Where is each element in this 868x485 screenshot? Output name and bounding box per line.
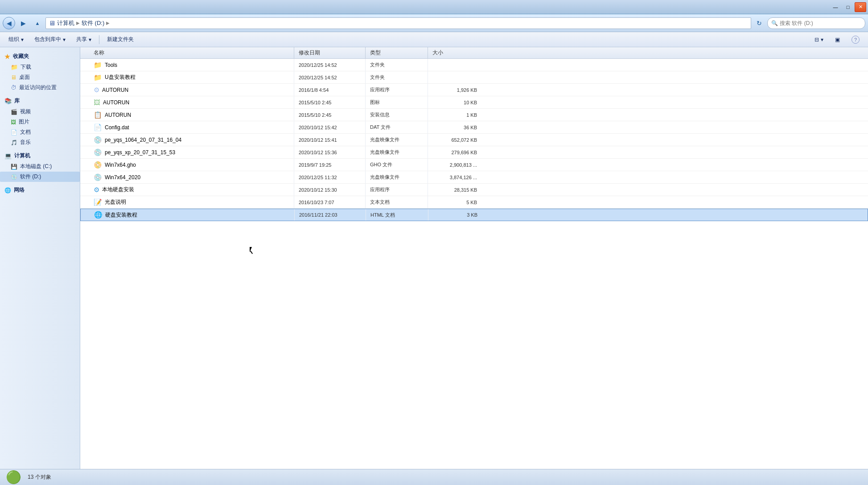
sidebar-item-documents[interactable]: 📄 文档 (0, 127, 80, 137)
file-icon: ⚙ (94, 86, 99, 94)
file-name: 硬盘安装教程 (105, 211, 137, 219)
new-folder-button[interactable]: 新建文件夹 (102, 34, 139, 45)
sidebar-favorites-label: 收藏夹 (13, 53, 29, 60)
documents-icon: 📄 (11, 129, 17, 136)
sidebar-computer-section: 💻 计算机 💾 本地磁盘 (C:) 💿 软件 (D:) (0, 150, 80, 182)
sidebar-network-label: 网络 (14, 186, 25, 194)
up-button[interactable]: ▲ (31, 17, 44, 29)
sidebar-favorites-header[interactable]: ★ 收藏夹 (0, 51, 80, 62)
maximize-button[interactable]: □ (842, 2, 854, 12)
statusbar: 🟢 13 个对象 (0, 469, 868, 485)
file-list-header: 名称 修改日期 类型 大小 (80, 47, 868, 59)
organize-button[interactable]: 组织 ▾ (4, 34, 29, 45)
sidebar-library-label: 库 (14, 97, 20, 105)
search-input[interactable] (780, 20, 851, 26)
include-library-dropdown-icon: ▾ (63, 37, 66, 43)
sidebar-item-desktop[interactable]: 🖥 桌面 (0, 72, 80, 82)
table-row[interactable]: 📋 AUTORUN 2015/5/10 2:45 安装信息 1 KB (80, 109, 868, 121)
organize-label: 组织 (8, 36, 19, 43)
breadcrumb-drive[interactable]: 软件 (D:) (82, 19, 104, 27)
file-name: Win7x64_2020 (105, 174, 140, 181)
sidebar-library-header[interactable]: 📚 库 (0, 95, 80, 107)
breadcrumb[interactable]: 🖥 计算机 ▶ 软件 (D:) ▶ (45, 17, 751, 29)
search-box[interactable]: 🔍 (767, 17, 865, 29)
column-name-header[interactable]: 名称 (80, 47, 294, 58)
view-icon: ⊟ (815, 37, 819, 43)
sidebar-network-section: 🌐 网络 (0, 185, 80, 196)
file-icon: 📁 (94, 61, 102, 69)
table-row[interactable]: 🖼 AUTORUN 2015/5/10 2:45 图标 10 KB (80, 96, 868, 109)
file-name: AUTORUN (105, 112, 131, 118)
sidebar-item-video[interactable]: 🎬 视频 (0, 107, 80, 117)
file-icon: 📁 (94, 74, 102, 82)
file-icon: ⚙ (94, 186, 99, 194)
table-row[interactable]: 💿 pe_yqs_1064_20_07_31_16_04 2020/10/12 … (80, 134, 868, 146)
table-row[interactable]: 💿 pe_yqs_xp_20_07_31_15_53 2020/10/12 15… (80, 146, 868, 159)
breadcrumb-computer[interactable]: 计算机 (57, 19, 74, 27)
up-icon: ▲ (35, 21, 40, 26)
forward-icon: ▶ (21, 20, 26, 27)
table-row[interactable]: 📝 光盘说明 2016/10/23 7:07 文本文档 5 KB (80, 196, 868, 209)
main-layout: ★ 收藏夹 📁 下载 🖥 桌面 ⏱ 最近访问的位置 📚 库 � (0, 47, 868, 469)
file-icon: 📋 (94, 111, 102, 119)
breadcrumb-sep2: ▶ (106, 21, 110, 25)
back-button[interactable]: ◀ (3, 17, 15, 29)
forward-button[interactable]: ▶ (17, 17, 29, 29)
close-button[interactable]: ✕ (855, 2, 866, 12)
sidebar-video-label: 视频 (20, 108, 31, 115)
back-icon: ◀ (7, 20, 12, 27)
file-name: AUTORUN (102, 87, 128, 93)
col-name-label: 名称 (94, 49, 104, 57)
table-row[interactable]: 🌐 硬盘安装教程 2016/11/21 22:03 HTML 文档 3 KB (80, 209, 868, 221)
sidebar-item-downloads[interactable]: 📁 下载 (0, 62, 80, 72)
sidebar-drive-d-label: 软件 (D:) (20, 173, 41, 181)
table-row[interactable]: ⚙ AUTORUN 2016/1/8 4:54 应用程序 1,926 KB (80, 84, 868, 96)
breadcrumb-sep1: ▶ (76, 21, 80, 25)
column-size-header[interactable]: 大小 (428, 47, 481, 58)
help-button[interactable]: ? (847, 34, 864, 45)
minimize-button[interactable]: — (830, 2, 841, 12)
toolbar: 组织 ▾ 包含到库中 ▾ 共享 ▾ 新建文件夹 ⊟ ▾ ▣ ? (0, 32, 868, 47)
file-name: AUTORUN (103, 99, 129, 106)
drive-d-icon: 💿 (11, 174, 17, 180)
sidebar: ★ 收藏夹 📁 下载 🖥 桌面 ⏱ 最近访问的位置 📚 库 � (0, 47, 80, 469)
share-label: 共享 (76, 36, 87, 43)
column-type-header[interactable]: 类型 (366, 47, 428, 58)
new-folder-label: 新建文件夹 (107, 36, 134, 43)
sidebar-item-music[interactable]: 🎵 音乐 (0, 137, 80, 148)
app-icon: 🟢 (6, 470, 21, 485)
help-icon: ? (852, 36, 860, 44)
sidebar-network-header[interactable]: 🌐 网络 (0, 185, 80, 196)
table-row[interactable]: 📄 Config.dat 2020/10/12 15:42 DAT 文件 36 … (80, 121, 868, 134)
view-button[interactable]: ⊟ ▾ (810, 34, 828, 45)
table-row[interactable]: ⚙ 本地硬盘安装 2020/10/12 15:30 应用程序 28,315 KB (80, 184, 868, 196)
table-row[interactable]: 📀 Win7x64.gho 2019/9/7 19:25 GHO 文件 2,90… (80, 159, 868, 171)
toolbar-right: ⊟ ▾ ▣ ? (810, 34, 864, 45)
column-date-header[interactable]: 修改日期 (294, 47, 366, 58)
table-row[interactable]: 📁 U盘安装教程 2020/12/25 14:52 文件夹 (80, 71, 868, 84)
table-row[interactable]: 💿 Win7x64_2020 2020/12/25 11:32 光盘映像文件 3… (80, 171, 868, 184)
share-button[interactable]: 共享 ▾ (71, 34, 96, 45)
table-row[interactable]: 📁 Tools 2020/12/25 14:52 文件夹 (80, 59, 868, 71)
status-app-icon: 🟢 (4, 470, 22, 485)
sidebar-library-section: 📚 库 🎬 视频 🖼 图片 📄 文档 🎵 音乐 (0, 95, 80, 148)
sidebar-downloads-label: 下载 (21, 63, 31, 71)
refresh-button[interactable]: ↻ (753, 17, 765, 29)
file-name: pe_yqs_1064_20_07_31_16_04 (105, 137, 181, 143)
pictures-icon: 🖼 (11, 119, 16, 125)
drive-c-icon: 💾 (11, 164, 17, 170)
sidebar-computer-header[interactable]: 💻 计算机 (0, 150, 80, 161)
include-library-button[interactable]: 包含到库中 ▾ (29, 34, 70, 45)
sidebar-item-drive-c[interactable]: 💾 本地磁盘 (C:) (0, 161, 80, 172)
file-name: pe_yqs_xp_20_07_31_15_53 (105, 149, 175, 156)
titlebar: — □ ✕ (0, 0, 868, 14)
refresh-icon: ↻ (757, 20, 762, 27)
file-name: Config.dat (105, 124, 129, 131)
status-count: 13 个对象 (28, 473, 51, 481)
preview-button[interactable]: ▣ (830, 34, 845, 45)
file-name: Tools (105, 62, 117, 68)
sidebar-item-recent[interactable]: ⏱ 最近访问的位置 (0, 82, 80, 93)
col-size-label: 大小 (432, 49, 443, 57)
sidebar-item-drive-d[interactable]: 💿 软件 (D:) (0, 172, 80, 182)
sidebar-item-pictures[interactable]: 🖼 图片 (0, 117, 80, 127)
